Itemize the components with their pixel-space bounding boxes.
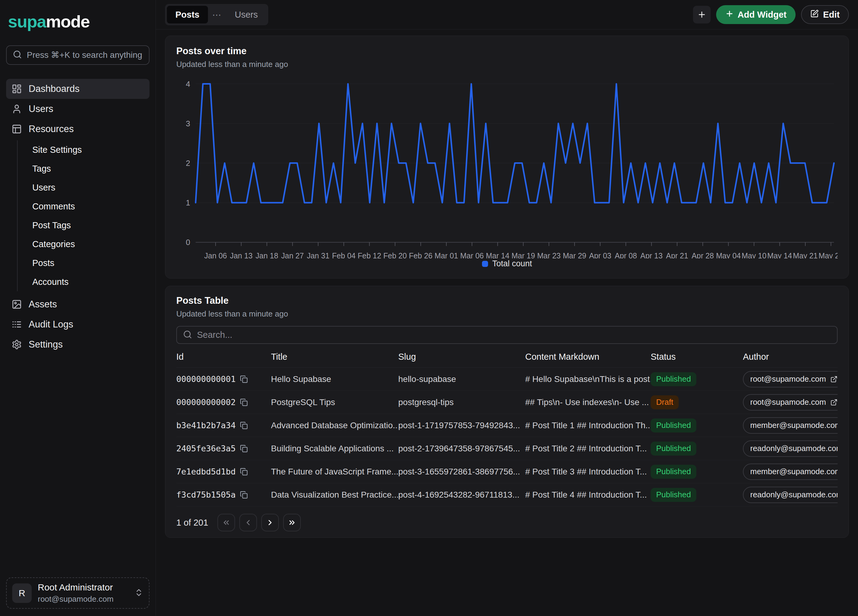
next-page-button[interactable] <box>261 514 279 531</box>
cell-content-markdown: # Hello Supabase\nThis is a post. <box>525 374 651 384</box>
svg-text:Apr 28: Apr 28 <box>692 251 714 258</box>
cell-title: Data Visualization Best Practice... <box>271 490 398 500</box>
sidebar-item-resources[interactable]: Resources <box>6 119 149 139</box>
cell-id: 2405fe36e3a5 <box>176 444 271 453</box>
first-page-button[interactable] <box>218 514 235 531</box>
cell-content-markdown: # Post Title 1 ## Introduction Th... <box>525 420 651 430</box>
copy-id-button[interactable] <box>240 375 248 383</box>
posts-table-card: Posts Table Updated less than a minute a… <box>165 286 849 538</box>
table-row[interactable]: b3e41b2b7a34Advanced Database Optimizati… <box>176 414 838 437</box>
svg-text:Mar 01: Mar 01 <box>434 251 458 258</box>
svg-text:Feb 26: Feb 26 <box>409 251 432 258</box>
sidebar-subitem-site-settings[interactable]: Site Settings <box>29 140 149 159</box>
gear-icon <box>12 339 22 350</box>
cell-content-markdown: # Post Title 3 ## Introduction T... <box>525 467 651 476</box>
copy-id-button[interactable] <box>240 491 248 499</box>
dashboard-icon <box>12 84 22 94</box>
sidebar-nav: DashboardsUsersResourcesSite SettingsTag… <box>6 79 149 355</box>
sidebar-item-label: Resources <box>29 124 74 135</box>
cell-author: member@supamode.com <box>743 464 838 480</box>
sidebar-item-settings[interactable]: Settings <box>6 335 149 355</box>
cell-author: readonly@supamode.com <box>743 441 838 457</box>
plus-icon <box>725 9 734 18</box>
plus-icon <box>725 9 734 20</box>
author-link[interactable]: root@supamode.com <box>743 371 838 388</box>
cell-author: root@supamode.com <box>743 371 838 388</box>
sidebar-subitem-comments[interactable]: Comments <box>29 197 149 216</box>
cell-slug: postgresql-tips <box>398 397 525 407</box>
sidebar-item-users[interactable]: Users <box>6 99 149 119</box>
global-search[interactable] <box>6 45 149 65</box>
svg-text:May 14: May 14 <box>767 251 792 258</box>
sidebar-item-label: Dashboards <box>29 84 79 95</box>
status-badge: Published <box>651 442 696 456</box>
svg-text:Feb 12: Feb 12 <box>358 251 381 258</box>
table-row[interactable]: f3cd75b1505aData Visualization Best Prac… <box>176 483 838 506</box>
sidebar-subitem-posts[interactable]: Posts <box>29 253 149 272</box>
copy-id-button[interactable] <box>240 445 248 453</box>
sidebar-subitem-accounts[interactable]: Accounts <box>29 272 149 291</box>
cell-slug: post-4-1692543282-96711813... <box>398 490 525 500</box>
table-row[interactable]: 000000000002PostgreSQL Tipspostgresql-ti… <box>176 391 838 414</box>
author-link[interactable]: member@supamode.com <box>743 464 838 480</box>
svg-text:Mar 19: Mar 19 <box>511 251 535 258</box>
status-badge: Published <box>651 488 696 502</box>
table-row[interactable]: 000000000001Hello Supabasehello-supabase… <box>176 368 838 391</box>
copy-id-button[interactable] <box>240 468 248 476</box>
add-widget-button[interactable]: Add Widget <box>716 5 796 24</box>
svg-text:0: 0 <box>186 238 190 247</box>
sidebar-subitem-categories[interactable]: Categories <box>29 235 149 253</box>
status-badge: Published <box>651 372 696 386</box>
svg-text:Apr 08: Apr 08 <box>615 251 637 258</box>
sidebar-subitem-post-tags[interactable]: Post Tags <box>29 216 149 235</box>
user-icon <box>12 104 22 114</box>
tab-overflow-icon[interactable]: ⋯ <box>208 9 225 20</box>
search-icon <box>183 330 192 339</box>
cell-title: Advanced Database Optimizatio... <box>271 420 398 430</box>
image-icon <box>12 299 22 310</box>
add-dashboard-button[interactable] <box>693 6 710 23</box>
column-header-content-markdown: Content Markdown <box>525 352 651 362</box>
sidebar-item-assets[interactable]: Assets <box>6 294 149 314</box>
edit-label: Edit <box>823 10 840 20</box>
sidebar-subitem-tags[interactable]: Tags <box>29 159 149 178</box>
table-search[interactable] <box>176 326 838 344</box>
sidebar-item-audit-logs[interactable]: Audit Logs <box>6 314 149 335</box>
tab-posts[interactable]: Posts <box>167 6 208 23</box>
pagination: 1 of 201 <box>176 508 838 531</box>
app-logo: supamode <box>8 12 149 31</box>
copy-id-button[interactable] <box>240 422 248 430</box>
previous-page-button[interactable] <box>239 514 257 531</box>
legend-label: Total count <box>492 259 532 268</box>
author-link[interactable]: readonly@supamode.com <box>743 487 838 503</box>
table-row[interactable]: 2405fe36e3a5Building Scalable Applicatio… <box>176 437 838 460</box>
sidebar-subitem-users[interactable]: Users <box>29 178 149 197</box>
column-header-author: Author <box>743 352 838 362</box>
last-page-button[interactable] <box>283 514 301 531</box>
svg-text:Apr 03: Apr 03 <box>589 251 611 258</box>
search-icon <box>13 50 22 59</box>
svg-text:May 21: May 21 <box>793 251 818 258</box>
author-link[interactable]: member@supamode.com <box>743 417 838 434</box>
cell-slug: post-3-1655972861-38697756... <box>398 467 525 476</box>
copy-id-button[interactable] <box>240 399 248 406</box>
table-row[interactable]: 7e1edbd5d1bdThe Future of JavaScript Fra… <box>176 460 838 483</box>
author-link[interactable]: readonly@supamode.com <box>743 441 838 457</box>
cell-status: Published <box>651 442 743 456</box>
cell-author: readonly@supamode.com <box>743 487 838 503</box>
svg-text:Apr 13: Apr 13 <box>640 251 662 258</box>
plus-icon <box>697 10 706 19</box>
dashboard-tabs: Posts⋯Users <box>165 4 268 25</box>
svg-text:Mar 23: Mar 23 <box>537 251 561 258</box>
tab-users[interactable]: Users <box>226 6 266 23</box>
cell-content-markdown: # Post Title 4 ## Introduction T... <box>525 490 651 500</box>
global-search-input[interactable] <box>27 50 143 60</box>
svg-text:3: 3 <box>186 119 190 128</box>
author-link[interactable]: root@supamode.com <box>743 394 838 411</box>
sidebar: supamode DashboardsUsersResourcesSite Se… <box>0 0 156 616</box>
edit-button[interactable]: Edit <box>801 5 849 24</box>
table-search-input[interactable] <box>197 330 831 340</box>
column-header-id: Id <box>176 352 271 362</box>
profile-menu[interactable]: R Root Administrator root@supamode.com <box>6 577 149 609</box>
sidebar-item-dashboards[interactable]: Dashboards <box>6 79 149 99</box>
